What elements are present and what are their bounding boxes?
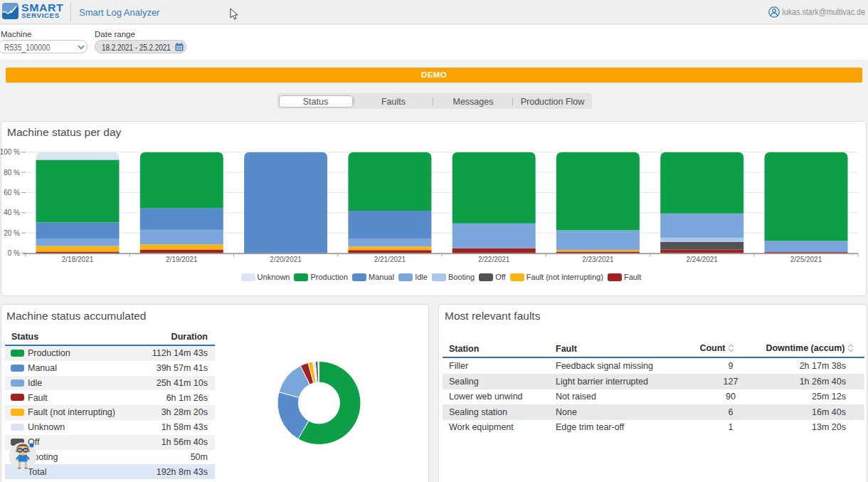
svg-text:2/19/2021: 2/19/2021 — [166, 256, 198, 263]
svg-text:100 %: 100 % — [0, 148, 20, 156]
svg-text:0 %: 0 % — [8, 249, 20, 257]
svg-text:60 %: 60 % — [4, 189, 20, 197]
svg-text:40 %: 40 % — [4, 209, 20, 216]
svg-text:2/21/2021: 2/21/2021 — [374, 256, 406, 263]
svg-text:20 %: 20 % — [4, 229, 20, 237]
svg-text:2/24/2021: 2/24/2021 — [686, 256, 718, 263]
svg-text:2/23/2021: 2/23/2021 — [582, 256, 614, 263]
svg-text:2/20/2021: 2/20/2021 — [270, 256, 302, 263]
svg-text:2/22/2021: 2/22/2021 — [478, 256, 510, 263]
svg-text:80 %: 80 % — [4, 169, 20, 177]
svg-text:2/18/2021: 2/18/2021 — [62, 256, 94, 263]
svg-text:2/25/2021: 2/25/2021 — [790, 256, 822, 263]
